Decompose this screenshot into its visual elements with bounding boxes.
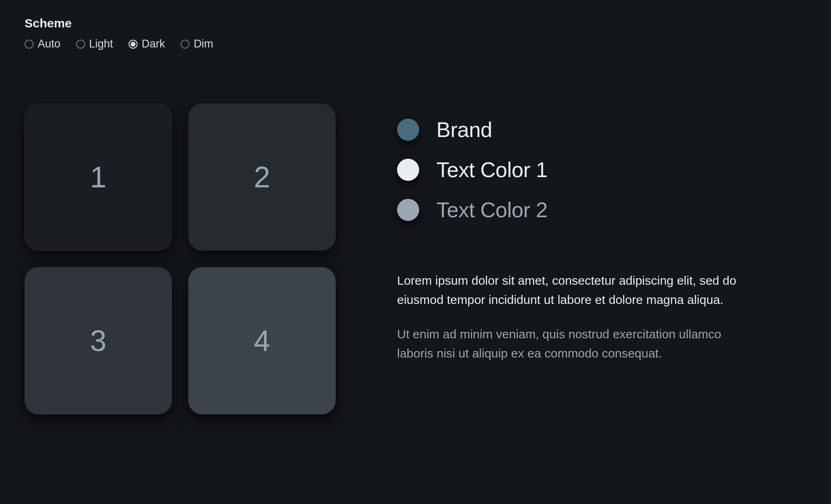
scheme-option-label: Dark (142, 38, 165, 50)
color-dot-icon (397, 159, 419, 181)
swatch-label: 3 (90, 324, 106, 358)
radio-icon (129, 40, 138, 49)
color-dot-icon (397, 119, 419, 141)
legend-item-text2: Text Color 2 (397, 198, 757, 222)
swatch-grid: 1 2 3 4 (25, 104, 336, 414)
radio-icon (76, 40, 85, 49)
scheme-options: Auto Light Dark Dim (25, 38, 806, 50)
scheme-option-light[interactable]: Light (76, 38, 113, 50)
body-text: Lorem ipsum dolor sit amet, consectetur … (397, 271, 757, 363)
radio-icon (181, 40, 190, 49)
swatch-label: 4 (254, 324, 270, 358)
scheme-option-auto[interactable]: Auto (25, 38, 61, 50)
scheme-option-dim[interactable]: Dim (181, 38, 213, 50)
color-dot-icon (397, 199, 419, 221)
body-paragraph-secondary: Ut enim ad minim veniam, quis nostrud ex… (397, 325, 757, 363)
swatch-label: 2 (254, 160, 270, 194)
body-paragraph-primary: Lorem ipsum dolor sit amet, consectetur … (397, 271, 757, 309)
radio-icon (25, 40, 34, 49)
legend-label: Text Color 1 (436, 158, 547, 182)
scheme-section: Scheme Auto Light Dark Dim (25, 16, 806, 50)
scheme-title: Scheme (25, 16, 806, 30)
legend-item-brand: Brand (397, 117, 757, 142)
surface-swatch-3: 3 (25, 267, 172, 414)
surface-swatch-4: 4 (188, 267, 336, 414)
legend-label: Brand (436, 117, 492, 142)
color-legend: Brand Text Color 1 Text Color 2 (397, 117, 757, 222)
swatch-label: 1 (90, 160, 106, 194)
main-content: 1 2 3 4 Brand Text Color 1 Text Color 2 (25, 104, 806, 414)
info-panel: Brand Text Color 1 Text Color 2 Lorem ip… (397, 104, 757, 363)
scheme-option-label: Dim (194, 38, 213, 50)
scheme-option-label: Auto (38, 38, 61, 50)
scheme-option-dark[interactable]: Dark (129, 38, 165, 50)
legend-item-text1: Text Color 1 (397, 158, 757, 182)
surface-swatch-2: 2 (188, 104, 336, 251)
legend-label: Text Color 2 (436, 198, 547, 222)
surface-swatch-1: 1 (25, 104, 172, 251)
scheme-option-label: Light (89, 38, 113, 50)
